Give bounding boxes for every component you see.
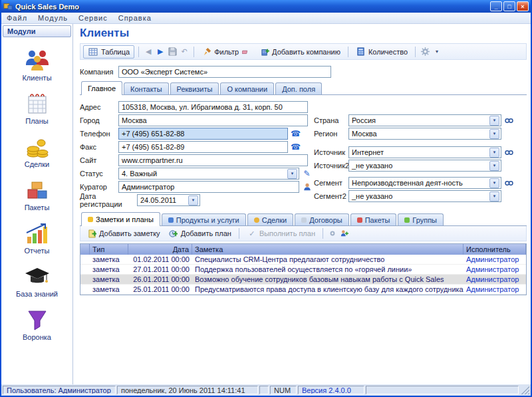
filter-button[interactable]: Фильтр (198, 45, 255, 59)
coins-icon (24, 135, 51, 159)
city-label: Город (80, 116, 118, 124)
sidebar-item-packages[interactable]: Пакеты (1, 178, 72, 211)
status-dropdown-icon[interactable]: ▼ (287, 169, 297, 179)
region-field[interactable]: Москва ▼ (348, 128, 501, 140)
note-column-header[interactable]: Заметка (192, 244, 464, 255)
segment-field[interactable]: Непроизводственная деят-ность ▼ (348, 177, 501, 189)
country-search-icon[interactable] (503, 115, 515, 126)
tab-extra-fields[interactable]: Доп. поля (275, 82, 322, 94)
sidebar-header[interactable]: Модули (3, 25, 71, 37)
status-field[interactable]: 4. Важный ▼ (118, 168, 299, 180)
site-field[interactable]: www.crmpartner.ru (118, 154, 308, 166)
reg-date-field[interactable]: 24.05.2011 ▼ (137, 194, 200, 206)
tab-packages[interactable]: Пакеты (350, 213, 397, 225)
table-row[interactable]: заметка 27.01.2011 00:00 Поддержка польз… (80, 265, 526, 275)
maximize-button[interactable]: □ (503, 1, 515, 11)
tab-groups[interactable]: Группы (398, 213, 444, 225)
tab-requisites[interactable]: Реквизиты (170, 82, 219, 94)
sidebar-item-deals[interactable]: Сделки (1, 135, 72, 168)
phone-field[interactable]: +7 (495) 651-82-88 (118, 128, 288, 140)
segment2-field[interactable]: _не указано ▼ (348, 190, 501, 202)
reg-date-dropdown-icon[interactable]: ▼ (188, 196, 198, 205)
tab-products-services[interactable]: Продукты и услуги (162, 213, 246, 225)
tab-main[interactable]: Главное (81, 81, 122, 95)
menu-module[interactable]: Модуль (33, 13, 73, 23)
main-area: Клиенты Таблица ◀ ▶ ↶ (73, 24, 531, 384)
tab-notes-plans[interactable]: Заметки и планы (81, 212, 160, 226)
source2-field[interactable]: _не указано ▼ (348, 160, 501, 172)
tab-contracts[interactable]: Договоры (295, 213, 348, 225)
add-note-label: Добавить заметку (99, 229, 160, 237)
notes-table: Тип Дата Заметка Исполнитель заметка 01.… (80, 243, 527, 295)
segment-dropdown-icon[interactable]: ▼ (489, 178, 499, 188)
tab-about-company[interactable]: О компании (220, 82, 274, 94)
minimize-button[interactable]: _ (490, 1, 502, 11)
toolbar-separator (239, 228, 239, 239)
notes-settings-icon[interactable] (327, 228, 338, 239)
document-icon (301, 217, 307, 223)
status-edit-icon[interactable]: ✎ (301, 168, 313, 179)
add-plan-button[interactable]: Добавить план (165, 227, 235, 240)
tab-deals[interactable]: Сделки (247, 213, 294, 225)
phone-icon[interactable]: ☎ (290, 128, 301, 139)
menu-file[interactable]: Файл (1, 13, 33, 23)
product-icon (168, 217, 174, 223)
note-date: 25.01.2011 00:00 (128, 285, 192, 293)
table-row[interactable]: заметка 26.01.2011 00:00 Возможно обучен… (80, 275, 526, 285)
count-button[interactable]: Количество (352, 45, 411, 59)
fax-phone-icon[interactable]: ☎ (290, 142, 301, 152)
table-row[interactable]: заметка 01.02.2011 00:00 Специалисты CRM… (80, 255, 526, 265)
status-label: Статус (80, 170, 118, 178)
segment2-dropdown-icon[interactable]: ▼ (489, 192, 499, 201)
curator-person-icon[interactable] (301, 182, 313, 192)
company-field[interactable]: ООО «Эксперт Системс» (118, 66, 331, 78)
segment-search-icon[interactable] (503, 178, 515, 188)
sidebar-item-plans[interactable]: Планы (1, 92, 72, 125)
menu-help[interactable]: Справка (113, 13, 157, 23)
app-icon (3, 2, 13, 11)
date-column-header[interactable]: Дата (128, 244, 192, 255)
brush-icon (201, 47, 212, 57)
add-company-button[interactable]: Добавить компанию (256, 45, 344, 59)
region-dropdown-icon[interactable]: ▼ (489, 129, 499, 139)
execute-plan-button[interactable]: ✓ Выполнить план (243, 227, 319, 240)
country-field[interactable]: Россия ▼ (348, 114, 501, 126)
back-icon[interactable]: ◀ (143, 47, 154, 57)
assign-person-icon[interactable] (339, 228, 350, 239)
table-grid-icon (88, 47, 98, 57)
sidebar: Модули Клиенты Планы Сделки (1, 24, 73, 384)
sidebar-item-clients[interactable]: Клиенты (1, 49, 72, 82)
note-type: заметка (90, 275, 128, 283)
table-row[interactable]: заметка 25.01.2011 00:00 Предусматривают… (80, 285, 526, 295)
undo-icon[interactable]: ↶ (179, 47, 190, 57)
forward-icon[interactable]: ▶ (155, 47, 166, 57)
source2-dropdown-icon[interactable]: ▼ (489, 161, 499, 171)
executor-column-header[interactable]: Исполнитель (464, 244, 526, 255)
sidebar-item-reports[interactable]: Отчеты (1, 221, 72, 255)
toolbar-separator (348, 47, 348, 57)
settings-icon[interactable] (420, 47, 430, 57)
city-field[interactable]: Москва (118, 114, 308, 126)
tab-contacts[interactable]: Контакты (124, 82, 169, 94)
close-button[interactable]: × (517, 1, 529, 11)
table-button[interactable]: Таблица (83, 45, 134, 59)
fax-field[interactable]: +7 (495) 651-82-89 (118, 141, 288, 153)
save-icon[interactable] (167, 47, 178, 57)
add-note-button[interactable]: Добавить заметку (83, 227, 164, 240)
resize-grip[interactable] (521, 386, 529, 394)
sidebar-item-knowledge[interactable]: База знаний (1, 265, 72, 298)
sidebar-item-label: Воронка (23, 333, 51, 341)
sidebar-item-funnel[interactable]: Воронка (1, 308, 72, 341)
tab-label: Договоры (309, 216, 342, 224)
curator-field[interactable]: Администратор (118, 181, 299, 193)
source-search-icon[interactable] (503, 147, 515, 158)
tab-label: Продукты и услуги (176, 216, 239, 224)
menu-service[interactable]: Сервис (73, 13, 113, 23)
country-dropdown-icon[interactable]: ▼ (489, 116, 499, 126)
toolbar-more-dropdown-icon[interactable]: ▾ (432, 47, 442, 57)
country-label: Страна (314, 116, 348, 124)
source-field[interactable]: Интернет ▼ (348, 146, 501, 158)
source-dropdown-icon[interactable]: ▼ (489, 148, 499, 158)
address-field[interactable]: 105318, Москва, ул. Ибрагимова д. 31, ко… (118, 101, 308, 113)
type-column-header[interactable]: Тип (90, 244, 128, 255)
